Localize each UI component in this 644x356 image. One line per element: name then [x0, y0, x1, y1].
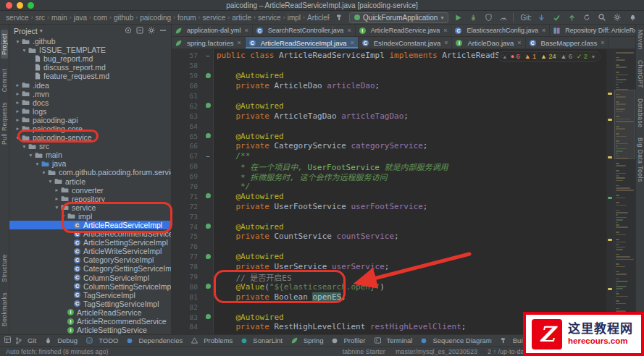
chevron-down-icon[interactable]: ▾ [46, 178, 54, 185]
tree-item[interactable]: ▾com.github.paicoding.forum.service [9, 168, 171, 177]
close-icon[interactable]: × [237, 39, 241, 46]
code-line[interactable]: 61 [172, 91, 605, 101]
editor-tab[interactable]: CEsIndexConstant.java× [359, 37, 453, 48]
line-number[interactable]: 72 [172, 203, 202, 211]
line-number[interactable]: 65 [172, 132, 202, 140]
line-number[interactable]: 73 [172, 213, 202, 221]
git-rollback-button[interactable] [581, 12, 593, 23]
editor-tab[interactable]: IArticleReadService.java× [356, 25, 452, 36]
line-number[interactable]: 60 [172, 82, 202, 90]
line-number[interactable]: 67 [172, 152, 202, 160]
line-number[interactable]: 82 [172, 303, 202, 311]
breadcrumb-item-com[interactable]: com [93, 14, 107, 22]
code-line[interactable]: 82 [172, 302, 605, 312]
editor-tab[interactable]: application-dal.yml× [172, 25, 253, 36]
line-number[interactable]: 71 [172, 192, 202, 200]
chevron-down-icon[interactable]: ▾ [14, 135, 22, 141]
tree-item[interactable]: feature_request.md [9, 72, 171, 80]
chevron-up-icon[interactable]: ▴ [503, 54, 506, 60]
tree-item[interactable]: ▸logs [9, 107, 171, 116]
line-number[interactable]: 69 [172, 172, 202, 180]
tree-item[interactable]: ▸.mvn [9, 90, 171, 98]
tree-item[interactable]: CColumnServiceImpl [9, 274, 171, 282]
debug-button[interactable] [467, 12, 479, 23]
line-number[interactable]: 75 [172, 232, 202, 240]
tree-item[interactable]: CArticleSettingServiceImpl [9, 238, 171, 247]
code-line[interactable]: 72 private UserFootService userFootServi… [172, 201, 605, 211]
line-number[interactable]: 62 [172, 102, 202, 110]
line-number[interactable]: 66 [172, 142, 202, 150]
settings-icon[interactable] [148, 27, 155, 35]
code-line[interactable]: 64 [172, 121, 605, 131]
tool-window-button-spring[interactable]: Spring [291, 336, 323, 344]
minimize-window-button[interactable] [17, 2, 23, 9]
chevron-right-icon[interactable]: ▸ [53, 187, 61, 193]
stripe-item-project[interactable]: Project [1, 30, 8, 59]
tree-item[interactable]: ▾java [9, 159, 171, 168]
hide-panel-icon[interactable] [159, 27, 167, 35]
code-line[interactable]: 65 @Autowired [172, 131, 605, 141]
status-item-tabnine-starter[interactable]: tabnine Starter [343, 348, 385, 355]
chevron-down-icon[interactable]: ▾ [53, 204, 61, 211]
spring-bean-gutter-icon[interactable] [202, 132, 214, 140]
tree-item[interactable]: CCategorySettingServiceImpl [9, 264, 171, 273]
stripe-item-maven[interactable]: Maven [637, 30, 644, 50]
editor-tab[interactable]: CElasticsearchConfig.java× [451, 25, 550, 36]
code-line[interactable]: 76 [172, 242, 605, 252]
breadcrumb-item-paicoding[interactable]: paicoding [140, 14, 171, 22]
code-line[interactable]: 74 @Autowired [172, 221, 605, 232]
stripe-item-database[interactable]: Database [637, 98, 644, 127]
code-line[interactable]: 58 [172, 61, 605, 71]
tool-window-button-terminal[interactable]: Terminal [375, 336, 413, 344]
close-window-button[interactable] [6, 2, 12, 9]
chevron-down-icon[interactable]: ▾ [59, 213, 67, 219]
stripe-item-bookmarks[interactable]: Bookmarks [1, 292, 8, 326]
chevron-right-icon[interactable]: ▸ [14, 90, 22, 97]
breadcrumb-item-src[interactable]: src [35, 14, 45, 22]
fold-icon[interactable]: − [202, 52, 214, 59]
line-number[interactable]: 59 [172, 72, 202, 80]
line-number[interactable]: 57 [172, 51, 202, 59]
tree-item[interactable]: ▾article [9, 177, 171, 186]
code-line[interactable]: 73 [172, 211, 605, 221]
close-icon[interactable]: × [444, 39, 448, 46]
line-number[interactable]: 64 [172, 122, 202, 130]
editor-tab[interactable]: CSearchRestController.java× [253, 25, 356, 36]
close-icon[interactable]: × [542, 27, 545, 34]
breadcrumb-item-java[interactable]: java [74, 14, 87, 22]
tool-window-button-debug[interactable]: Debug [45, 336, 78, 344]
fold-icon[interactable]: − [202, 153, 214, 160]
chevron-down-icon[interactable]: ▾ [592, 54, 595, 60]
line-number[interactable]: 81 [172, 293, 202, 301]
git-commit-button[interactable] [551, 12, 562, 23]
close-icon[interactable]: × [601, 39, 604, 46]
code-line[interactable]: 62 @Autowired [172, 101, 605, 111]
code-line[interactable]: 80 @Value("${elasticsearch.open}") [172, 281, 605, 292]
tree-item[interactable]: bug_report.md [9, 54, 171, 63]
breadcrumb-item-articlereadserviceimpl[interactable]: ArticleReadServiceImpl [307, 14, 330, 22]
minimap[interactable] [614, 49, 635, 334]
chevron-right-icon[interactable]: ▸ [14, 116, 22, 123]
chevron-down-icon[interactable]: ▾ [40, 27, 43, 34]
line-number[interactable]: 80 [172, 283, 202, 291]
editor-tab[interactable]: IArticleDao.java× [452, 37, 525, 48]
tree-item[interactable]: ▾ISSUE_TEMPLATE [9, 46, 171, 54]
tree-item[interactable]: CArticleWriteServiceImpl [9, 247, 171, 255]
tool-window-button-git[interactable]: Git [15, 336, 36, 344]
stripe-item-big-data-tools[interactable]: Big Data Tools [637, 137, 644, 182]
chevron-down-icon[interactable]: ▾ [20, 47, 28, 54]
stripe-item-pull-requests[interactable]: Pull Requests [1, 102, 8, 145]
tool-window-button-sonarlint[interactable]: SonarLint [241, 336, 283, 344]
breadcrumb-item-main[interactable]: main [51, 14, 67, 22]
code-line[interactable]: 78 private UserService userService; [172, 262, 605, 272]
code-line[interactable]: 59 @Autowired [172, 71, 605, 81]
inspections-widget[interactable]: ▴● 6▲ 1▲ 24▲ 6✓ 2▾ [498, 51, 601, 62]
tool-window-button-problems[interactable]: Problems [191, 336, 233, 344]
tree-item[interactable]: ▸docs [9, 98, 171, 107]
chevron-right-icon[interactable]: ▸ [14, 99, 22, 106]
editor-tab[interactable]: CArticleReadServiceImpl.java× [246, 37, 359, 48]
tree-item[interactable]: ▸paicoding-api [9, 116, 171, 124]
spring-bean-gutter-icon[interactable] [202, 283, 214, 290]
breadcrumb-item-service[interactable]: service [203, 14, 226, 22]
close-icon[interactable]: × [517, 39, 521, 46]
